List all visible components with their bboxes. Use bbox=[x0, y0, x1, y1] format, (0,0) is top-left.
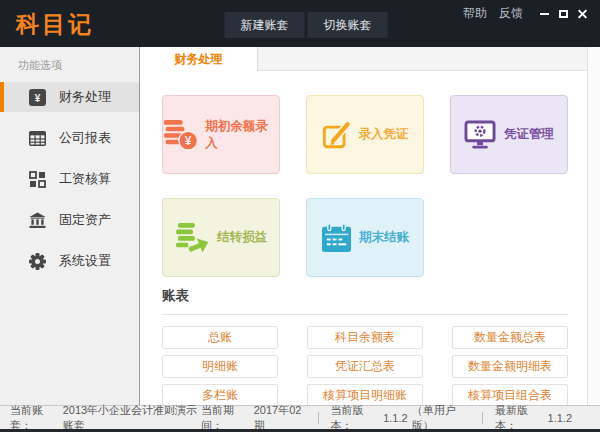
gear-icon bbox=[29, 253, 46, 270]
sidebar-item-label: 固定资产 bbox=[59, 211, 111, 229]
coins-arrow-icon bbox=[175, 222, 210, 253]
content-inner: ¥ 期初余额录入 录入凭证 bbox=[140, 71, 568, 407]
minimize-icon bbox=[540, 13, 549, 15]
report-button-detail-ledger[interactable]: 明细账 bbox=[162, 355, 278, 378]
card-label: 期初余额录入 bbox=[205, 118, 279, 152]
close-icon bbox=[577, 8, 588, 19]
card-label: 期末结账 bbox=[359, 229, 409, 246]
report-button-voucher-summary[interactable]: 凭证汇总表 bbox=[307, 355, 423, 378]
sidebar-section-label: 功能选项 bbox=[18, 58, 139, 73]
app-logo: 科目记 bbox=[16, 9, 94, 40]
sidebar-item-label: 公司报表 bbox=[59, 129, 111, 147]
app-body: 功能选项 ¥ 财务处理 公司报表 bbox=[0, 47, 600, 405]
card-label: 结转损益 bbox=[217, 229, 267, 246]
sidebar-item-label: 系统设置 bbox=[59, 252, 111, 270]
sidebar-item-fixed-assets[interactable]: 固定资产 bbox=[0, 205, 139, 235]
current-account-set-label: 当前账套： bbox=[10, 403, 59, 432]
main-content: 财务处理 ¥ bbox=[140, 47, 600, 405]
current-period-label: 当前期间： bbox=[201, 403, 250, 432]
card-profit-loss-carryover[interactable]: 结转损益 bbox=[162, 198, 280, 277]
titlebar-right: 帮助 反馈 bbox=[463, 5, 592, 22]
tab-finance[interactable]: 财务处理 bbox=[140, 47, 258, 71]
card-enter-voucher[interactable]: 录入凭证 bbox=[306, 95, 424, 174]
status-divider bbox=[318, 412, 319, 424]
sidebar-item-label: 工资核算 bbox=[59, 170, 111, 188]
section-divider bbox=[162, 314, 568, 315]
card-opening-balance[interactable]: ¥ 期初余额录入 bbox=[162, 95, 280, 174]
switch-account-set-button[interactable]: 切换账套 bbox=[308, 12, 388, 38]
sidebar: 功能选项 ¥ 财务处理 公司报表 bbox=[0, 47, 140, 405]
function-cards: ¥ 期初余额录入 录入凭证 bbox=[162, 95, 568, 277]
help-link[interactable]: 帮助 bbox=[463, 5, 487, 22]
yen-cash-icon: ¥ bbox=[29, 89, 46, 106]
vertical-scrollbar[interactable] bbox=[587, 47, 600, 405]
maximize-icon bbox=[559, 10, 568, 18]
pencil-square-icon bbox=[322, 120, 352, 150]
card-label: 凭证管理 bbox=[504, 126, 554, 143]
report-section-title: 账表 bbox=[162, 287, 568, 305]
sidebar-item-finance[interactable]: ¥ 财务处理 bbox=[0, 82, 139, 112]
sidebar-item-settings[interactable]: 系统设置 bbox=[0, 246, 139, 276]
card-period-end-closing[interactable]: 期末结账 bbox=[306, 198, 424, 277]
minimize-button[interactable] bbox=[535, 6, 554, 22]
report-button-grid: 总账 科目余额表 数量金额总表 明细账 凭证汇总表 数量金额明细表 多栏账 核算… bbox=[162, 326, 568, 407]
monitor-gear-icon bbox=[464, 120, 497, 150]
close-button[interactable] bbox=[573, 6, 592, 22]
report-button-general-ledger[interactable]: 总账 bbox=[162, 326, 278, 349]
feedback-link[interactable]: 反馈 bbox=[499, 5, 523, 22]
sidebar-item-payroll[interactable]: 工资核算 bbox=[0, 164, 139, 194]
current-version-label: 当前版本： bbox=[331, 403, 380, 432]
svg-text:¥: ¥ bbox=[185, 134, 192, 148]
report-section: 账表 总账 科目余额表 数量金额总表 明细账 凭证汇总表 数量金额明细表 多栏账… bbox=[162, 287, 568, 407]
svg-text:¥: ¥ bbox=[35, 92, 41, 103]
statusbar: 当前账套： 2013年小企业会计准则演示账套 当前期间： 2017年02期 当前… bbox=[0, 405, 600, 429]
report-button-qty-amount-detail[interactable]: 数量金额明细表 bbox=[452, 355, 568, 378]
titlebar: 科目记 新建账套 切换账套 帮助 反馈 bbox=[0, 0, 600, 47]
current-period-value: 2017年02期 bbox=[254, 403, 306, 432]
sidebar-item-label: 财务处理 bbox=[59, 88, 111, 106]
new-account-set-button[interactable]: 新建账套 bbox=[225, 12, 305, 38]
current-account-set-value: 2013年小企业会计准则演示账套 bbox=[63, 403, 201, 432]
app-window: 科目记 新建账套 切换账套 帮助 反馈 功能选项 ¥ 财务处理 bbox=[0, 0, 600, 432]
table-report-icon bbox=[29, 130, 46, 147]
tab-label: 财务处理 bbox=[175, 51, 223, 68]
status-divider bbox=[482, 412, 483, 424]
tabstrip: 财务处理 bbox=[140, 47, 600, 71]
bank-building-icon bbox=[29, 212, 46, 229]
titlebar-buttons: 新建账套 切换账套 bbox=[225, 12, 388, 38]
maximize-button[interactable] bbox=[554, 6, 573, 22]
grid-squares-icon bbox=[29, 171, 46, 188]
edition-value: （单用户版） bbox=[412, 403, 470, 432]
current-version-value: 1.1.2 bbox=[383, 412, 407, 424]
report-button-qty-amount-summary[interactable]: 数量金额总表 bbox=[452, 326, 568, 349]
calendar-icon bbox=[321, 223, 352, 253]
latest-version-label: 最新版本： bbox=[495, 403, 544, 432]
coins-yen-icon: ¥ bbox=[163, 119, 198, 151]
sidebar-item-reports[interactable]: 公司报表 bbox=[0, 123, 139, 153]
latest-version-value: 1.1.2 bbox=[548, 412, 572, 424]
report-button-account-balance[interactable]: 科目余额表 bbox=[307, 326, 423, 349]
card-voucher-management[interactable]: 凭证管理 bbox=[450, 95, 568, 174]
card-label: 录入凭证 bbox=[359, 126, 409, 143]
